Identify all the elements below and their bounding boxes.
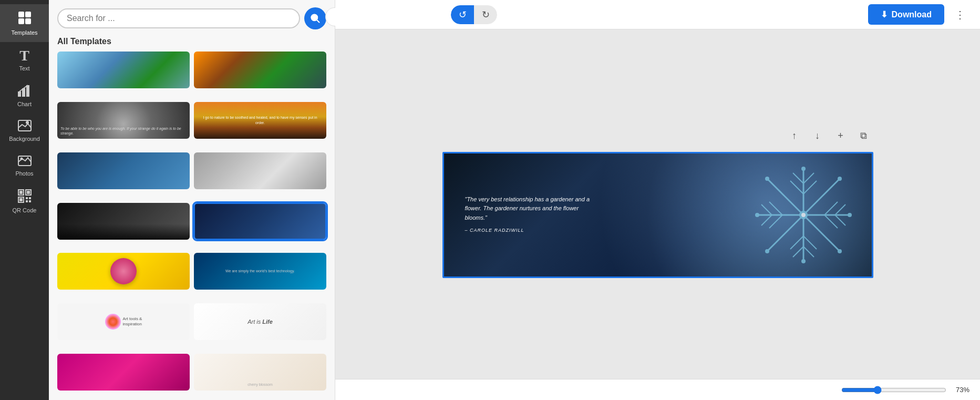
svg-rect-17: [26, 197, 28, 199]
template-item[interactable]: [57, 253, 190, 290]
undo-button[interactable]: ↺: [451, 5, 474, 24]
svg-line-32: [803, 247, 814, 257]
svg-line-39: [835, 204, 845, 215]
svg-line-28: [803, 173, 814, 183]
search-icon: [310, 13, 321, 24]
snowflake-decoration: [751, 162, 856, 268]
svg-rect-16: [19, 198, 23, 201]
sidebar-item-photos-label: Photos: [15, 170, 33, 177]
template-item[interactable]: [57, 354, 190, 391]
photos-icon: [18, 155, 32, 168]
svg-line-27: [793, 173, 803, 183]
svg-rect-18: [29, 197, 31, 199]
svg-point-48: [848, 213, 852, 217]
svg-line-42: [824, 215, 838, 228]
toolbar-right: ⬇ Download ⋮: [868, 4, 969, 25]
svg-point-46: [801, 259, 806, 263]
sidebar-item-background[interactable]: Background: [0, 114, 49, 148]
svg-rect-12: [19, 191, 23, 194]
download-button[interactable]: ⬇ Download: [868, 4, 944, 25]
zoom-label: 73%: [951, 386, 969, 394]
search-button[interactable]: [304, 7, 326, 29]
canvas-area: ↑ ↓ + ⧉: [335, 0, 980, 400]
canvas-background: "The very best relationship has a garden…: [444, 153, 872, 276]
svg-line-40: [835, 215, 845, 225]
svg-rect-2: [18, 18, 24, 24]
svg-rect-19: [26, 200, 28, 202]
template-item[interactable]: [194, 203, 326, 240]
sidebar-item-chart-label: Chart: [17, 101, 32, 107]
toolbar-left: ↺ ↻: [451, 5, 497, 24]
svg-line-29: [790, 181, 803, 194]
svg-rect-6: [26, 85, 29, 97]
svg-line-31: [793, 247, 803, 257]
search-bar: [49, 0, 335, 35]
copy-button[interactable]: ⧉: [854, 127, 873, 146]
undo-redo-group: ↺ ↻: [451, 5, 497, 24]
qrcode-icon: [18, 189, 32, 205]
template-item[interactable]: cherry blossom: [194, 354, 326, 391]
template-item[interactable]: To be able to be who you are is enough. …: [57, 102, 190, 139]
download-icon: ⬇: [881, 9, 888, 19]
move-up-button[interactable]: ↑: [785, 127, 804, 146]
canvas-top-controls: ↑ ↓ + ⧉: [785, 127, 873, 146]
sidebar-item-text-label: Text: [19, 65, 29, 71]
canvas-quote: "The very best relationship has a garden…: [465, 195, 602, 234]
templates-grid: To be able to be who you are is enough. …: [49, 52, 335, 400]
svg-line-33: [790, 236, 803, 249]
svg-line-41: [824, 202, 838, 215]
search-input[interactable]: [67, 14, 291, 23]
search-input-wrap[interactable]: [57, 8, 300, 28]
bottom-bar: 73%: [335, 379, 980, 400]
svg-point-10: [20, 158, 23, 160]
canvas-frame[interactable]: "The very best relationship has a garden…: [442, 152, 873, 278]
template-item[interactable]: Art is Life: [194, 303, 326, 340]
svg-line-35: [761, 204, 772, 215]
svg-line-37: [769, 202, 782, 215]
chart-icon: [18, 84, 32, 99]
sidebar-item-background-label: Background: [9, 136, 40, 142]
svg-rect-1: [25, 12, 31, 17]
svg-point-8: [26, 121, 29, 124]
svg-rect-14: [27, 191, 30, 194]
svg-line-38: [769, 215, 782, 228]
template-item[interactable]: We are simply the world's best technolog…: [194, 253, 326, 290]
sidebar-item-text[interactable]: T Text: [0, 42, 49, 78]
svg-rect-4: [18, 91, 21, 97]
svg-point-47: [755, 213, 759, 217]
sidebar-item-chart[interactable]: Chart: [0, 78, 49, 114]
panel-section-title: All Templates: [49, 35, 335, 52]
svg-point-44: [801, 213, 806, 217]
svg-line-34: [803, 236, 817, 249]
redo-button[interactable]: ↻: [474, 5, 497, 24]
svg-line-22: [317, 20, 319, 23]
template-item[interactable]: [57, 203, 190, 240]
zoom-slider[interactable]: [841, 386, 946, 394]
sidebar-item-photos[interactable]: Photos: [0, 148, 49, 183]
svg-point-50: [838, 249, 842, 253]
svg-line-36: [761, 215, 772, 225]
move-down-button[interactable]: ↓: [808, 127, 827, 146]
templates-icon: [17, 11, 32, 27]
add-section-button[interactable]: +: [831, 127, 850, 146]
sidebar-item-qrcode[interactable]: QR Code: [0, 183, 49, 220]
template-item[interactable]: [194, 52, 326, 88]
svg-rect-20: [29, 200, 31, 202]
quote-text-main: "The very best relationship has a garden…: [465, 195, 602, 223]
svg-point-49: [765, 177, 769, 181]
sidebar: Templates T Text Chart Background: [0, 0, 49, 400]
template-item[interactable]: Art tools &inspiration: [57, 303, 190, 340]
template-item[interactable]: [194, 152, 326, 189]
quote-text-attribution: – CAROLE RADZIWILL: [465, 227, 602, 234]
svg-point-51: [838, 177, 842, 181]
more-options-button[interactable]: ⋮: [951, 6, 969, 23]
template-item[interactable]: [57, 152, 190, 189]
template-item[interactable]: [57, 52, 190, 88]
sidebar-item-templates[interactable]: Templates: [0, 4, 49, 42]
svg-point-45: [801, 167, 806, 171]
template-item[interactable]: I go to nature to be soothed and healed,…: [194, 102, 326, 139]
svg-rect-0: [18, 12, 24, 17]
sidebar-item-templates-label: Templates: [11, 29, 37, 36]
svg-point-52: [765, 249, 769, 253]
main-area: ↺ ↻ ⬇ Download ⋮ ↑ ↓ + ⧉: [335, 0, 980, 400]
